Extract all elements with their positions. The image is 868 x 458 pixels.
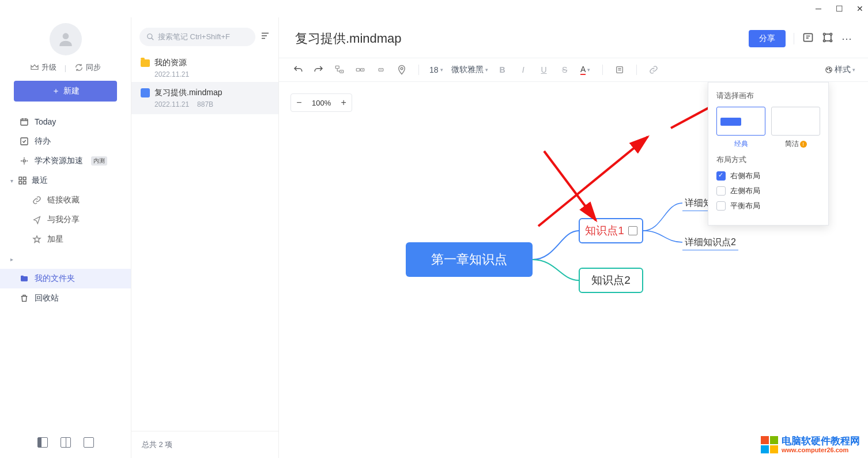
svg-rect-2 [21,138,28,145]
location-icon[interactable] [395,63,408,77]
sidebar: 升级 | 同步 ＋ 新建 Today 待办 学术资源加速 内测 [0,17,131,458]
annotation-arrow [533,128,659,232]
font-color-icon[interactable]: A [579,63,592,77]
outline-icon[interactable] [802,32,814,46]
window-maximize-icon[interactable]: ☐ [836,5,843,12]
window-close-icon[interactable]: ✕ [856,5,863,12]
svg-rect-7 [23,181,26,184]
sort-icon[interactable] [260,31,270,43]
layout-checkbox[interactable] [716,201,726,211]
file-size: 887B [197,100,213,108]
svg-rect-1 [21,119,28,125]
zoom-out-button[interactable]: − [291,94,307,111]
check-square-icon [20,137,29,146]
layout-checkbox[interactable] [716,186,726,196]
grid-icon [18,176,27,185]
sidebar-group-label: 最近 [32,175,48,186]
window-minimize-icon[interactable]: ─ [815,5,822,12]
mindmap-node-child2[interactable]: 知识点2 [579,268,643,293]
sidebar-item-academic[interactable]: 学术资源加速 内测 [0,151,131,171]
svg-point-0 [62,33,69,39]
layout-left-icon[interactable] [37,437,48,448]
sidebar-item-label: 链接收藏 [47,195,80,205]
mindmap-file-icon [141,88,150,97]
svg-point-8 [148,34,152,39]
style-popup: 请选择画布 经典 简洁! 布局方式 右侧布局 左侧布局 平衡布局 [708,82,829,226]
file-row[interactable]: 复习提供.mindmap 2022.11.21887B [131,82,278,114]
underline-icon[interactable]: U [538,63,550,77]
layout-option-balance[interactable]: 平衡布局 [716,201,820,211]
svg-point-3 [23,160,25,162]
star-icon [32,235,41,244]
undo-icon[interactable] [292,63,304,77]
popup-layout-title: 布局方式 [716,155,820,165]
sidebar-group-recent[interactable]: ▾ 最近 [0,171,131,190]
watermark-url: www.computer26.com [782,447,860,453]
share-button[interactable]: 分享 [749,30,786,47]
mindmap-node-child1[interactable]: 知识点1 [579,218,643,243]
sidebar-item-shared[interactable]: 与我分享 [0,210,131,230]
sidebar-item-today[interactable]: Today [0,112,131,132]
search-placeholder: 搜索笔记 Ctrl+Shift+F [158,32,230,42]
plus-icon: ＋ [52,86,60,96]
svg-point-13 [830,40,832,42]
document-title[interactable]: 复习提供.mindmap [295,30,741,47]
mindmap-root-node[interactable]: 第一章知识点 [406,242,533,277]
avatar[interactable] [50,23,82,55]
note-indicator-icon[interactable] [628,226,637,235]
font-size-select[interactable]: 18▾ [429,65,443,74]
add-sibling-icon[interactable] [354,63,367,77]
note-icon[interactable] [613,63,626,77]
italic-icon[interactable]: I [517,63,530,77]
new-button[interactable]: ＋ 新建 [14,81,117,102]
attach-icon[interactable] [647,63,660,77]
style-dropdown[interactable]: 样式▾ [825,65,855,75]
zoom-value: 100% [307,99,335,107]
graph-icon[interactable] [822,32,833,46]
sidebar-item-todo[interactable]: 待办 [0,132,131,151]
add-child-icon[interactable] [333,63,346,77]
mindmap-leaf-2[interactable]: 详细知识点2 [682,235,738,250]
theme-option-classic[interactable]: 经典 [716,107,765,149]
popup-theme-title: 请选择画布 [716,91,820,101]
file-name: 复习提供.mindmap [154,88,222,98]
beta-badge: 内测 [91,156,107,166]
svg-rect-5 [23,177,26,180]
svg-point-21 [826,67,832,73]
add-parent-icon[interactable] [375,63,387,77]
new-button-label: 新建 [63,86,80,96]
svg-point-11 [830,33,832,35]
theme-option-simple[interactable]: 简洁! [771,107,820,149]
layout-option-left[interactable]: 左侧布局 [716,186,820,196]
layout-checkbox[interactable] [716,171,726,181]
sidebar-item-linked[interactable]: 链接收藏 [0,190,131,210]
folder-row[interactable]: 我的资源 2022.11.21 [131,52,278,82]
sidebar-group-myfolder-header[interactable]: ▸ [0,249,131,269]
svg-rect-16 [356,69,360,72]
redo-icon[interactable] [312,63,325,77]
sidebar-item-myfolder[interactable]: 我的文件夹 [0,269,131,288]
sidebar-item-label: 与我分享 [47,215,80,225]
bold-icon[interactable]: B [496,63,509,77]
upgrade-link[interactable]: 升级 [30,62,56,73]
mindmap-canvas[interactable]: − 100% + 第一章知识点 知识点1 知识点2 详细知识点1 详细知识点2 [279,82,868,458]
layout-full-icon[interactable] [84,437,94,448]
svg-line-27 [544,151,596,220]
file-date: 2022.11.21 [154,100,189,108]
layout-option-right[interactable]: 右侧布局 [716,171,820,181]
sidebar-item-trash[interactable]: 回收站 [0,288,131,308]
search-input[interactable]: 搜索笔记 Ctrl+Shift+F [139,28,255,46]
sidebar-item-starred[interactable]: 加星 [0,230,131,249]
layout-split-icon[interactable] [61,437,71,448]
file-list-panel: 搜索笔记 Ctrl+Shift+F 我的资源 2022.11.21 复习提供.m… [131,17,279,458]
sidebar-item-label: 加星 [47,234,63,245]
folder-name: 我的资源 [154,58,187,68]
zoom-in-button[interactable]: + [335,94,352,111]
svg-point-23 [829,68,830,69]
font-family-select[interactable]: 微软雅黑▾ [451,65,488,75]
strike-icon[interactable]: S [558,63,571,77]
rocket-icon [20,156,29,166]
sync-link[interactable]: 同步 [74,62,101,73]
folder-date: 2022.11.21 [141,70,269,78]
more-icon[interactable]: ⋯ [841,32,852,45]
